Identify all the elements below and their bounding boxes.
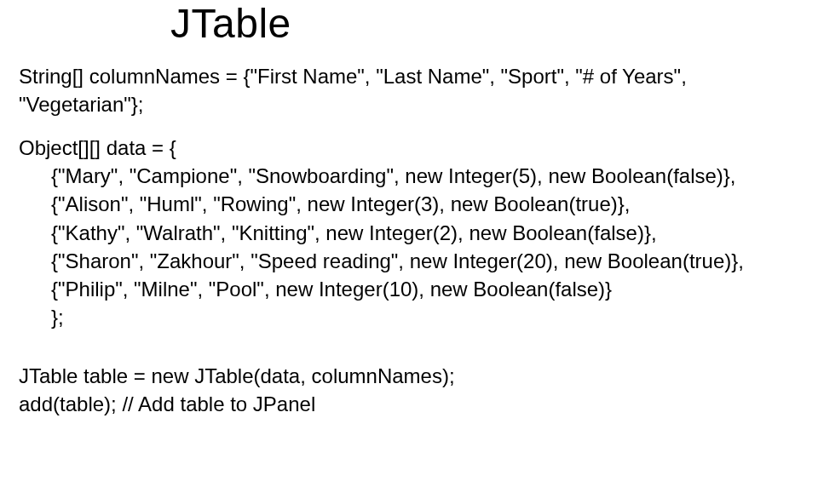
- code-line-data-open: Object[][] data = {: [19, 134, 799, 162]
- code-line-row: {"Philip", "Milne", "Pool", new Integer(…: [19, 275, 799, 303]
- page-title: JTable: [170, 0, 799, 47]
- code-line-columns: String[] columnNames = {"First Name", "L…: [19, 62, 799, 118]
- code-line-construct: JTable table = new JTable(data, columnNa…: [19, 362, 799, 390]
- code-line-data-close: };: [19, 303, 799, 331]
- code-line-add: add(table); // Add table to JPanel: [19, 390, 799, 418]
- code-line-row: {"Kathy", "Walrath", "Knitting", new Int…: [19, 219, 799, 247]
- code-line-row: {"Sharon", "Zakhour", "Speed reading", n…: [19, 247, 799, 275]
- code-line-row: {"Alison", "Huml", "Rowing", new Integer…: [19, 190, 799, 218]
- code-block: String[] columnNames = {"First Name", "L…: [19, 62, 799, 418]
- document-page: JTable String[] columnNames = {"First Na…: [0, 0, 818, 418]
- code-line-row: {"Mary", "Campione", "Snowboarding", new…: [19, 162, 799, 190]
